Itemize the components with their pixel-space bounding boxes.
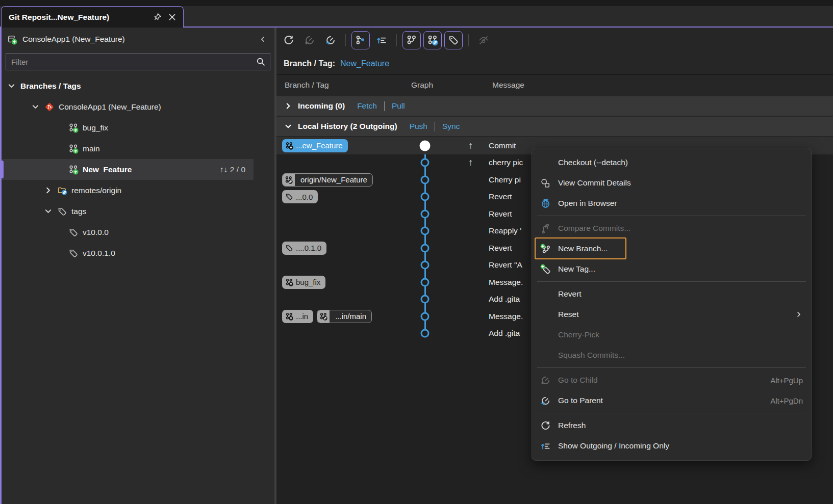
branch-tag-value[interactable]: New_Feature [340,59,389,68]
toggle-show-branches-toggle[interactable] [402,31,421,49]
chevron-down-icon[interactable] [7,81,16,91]
local-history-label: Local History (2 Outgoing) [298,122,397,131]
menu-icon-spacer [539,330,551,340]
commit-message: Revert "A [489,260,522,270]
toggle-hidden-refs-icon [474,31,493,49]
column-header-graph[interactable]: Graph [411,81,433,90]
menu-item-revert[interactable]: Revert [532,284,811,304]
commit-dot[interactable] [421,244,430,252]
menu-item-new-tag[interactable]: New Tag... [532,259,811,279]
commit-dot[interactable] [421,227,430,235]
commit-dot[interactable] [421,193,430,201]
commit-dot[interactable] [421,261,430,270]
ref-label-pill[interactable]: ....0.1.0 [282,242,326,255]
ref-label-pill[interactable]: ...in/main [317,310,372,323]
tree-item-branch-new-feature[interactable]: New_Feature↑↓ 2 / 0 [2,159,254,180]
menu-item-open-in-browser[interactable]: Open in Browser [532,193,811,214]
chevron-down-icon[interactable] [43,206,53,216]
outgoing-icon [539,441,551,452]
tree-item-branch-bug-fix[interactable]: bug_fix [2,117,274,138]
menu-icon-spacer [539,289,551,300]
chevron-right-icon[interactable] [284,101,293,111]
commit-message: Add .gita [489,329,520,338]
tree-item-label: main [83,144,100,153]
menu-item-go-to-parent[interactable]: Go to ParentAlt+PgDn [532,390,811,411]
tag-icon [68,227,79,237]
toggle-show-remote-branches-toggle[interactable] [423,31,442,49]
commit-dot[interactable] [421,175,430,184]
commit-message: Cherry pi [489,175,521,184]
chevron-down-icon[interactable] [284,122,293,131]
tree-item-tag-v10.0.0[interactable]: v10.0.0 [2,222,274,243]
go-to-parent-button-icon[interactable] [321,31,340,49]
menu-item-cherry-pick: Cherry-Pick [532,325,811,345]
commit-message: Message. [489,278,523,287]
tree-item-branch-main[interactable]: main [2,138,274,159]
git-repository-tab[interactable]: Git Reposit...New_Feature) [1,6,184,28]
menu-item-label: Checkout (--detach) [558,158,628,167]
filter-input[interactable] [11,58,256,66]
toggle-outgoing-incoming-only-icon[interactable] [372,31,391,49]
git-history-panel: Branch / Tag: New_Feature Branch / Tag G… [276,28,833,504]
tree-item-label: v10.0.1.0 [83,249,115,258]
commit-dot[interactable] [421,209,430,218]
ref-labels: ...0.0 [282,190,318,203]
menu-item-reset[interactable]: Reset [532,304,811,325]
menu-item-label: Open in Browser [558,199,617,208]
menu-item-checkout-detach[interactable]: Checkout (--detach) [532,152,811,173]
commit-dot[interactable] [421,295,430,304]
push-link[interactable]: Push [410,122,427,131]
chevron-right-icon[interactable] [43,185,53,195]
branch-remote-dark-icon [319,312,327,321]
menu-item-refresh[interactable]: Refresh [532,415,811,436]
pin-icon[interactable] [153,12,162,22]
tree-item-branches-tags[interactable]: Branches / Tags [2,75,274,96]
menu-item-label: Compare Commits... [558,224,630,233]
toggle-show-tags-toggle[interactable] [444,31,463,49]
collapse-panel-icon[interactable] [258,35,267,44]
ref-label-pill[interactable]: ...ew_Feature [282,139,348,152]
commit-dot[interactable] [421,312,430,321]
menu-item-label: Go to Parent [558,396,603,405]
ref-label-pill[interactable]: bug_fix [282,276,325,289]
tree-item-remotes-origin[interactable]: remotes/origin [2,180,274,201]
tree-item-label: ConsoleApp1 (New_Feature) [59,102,161,112]
sync-link[interactable]: Sync [442,122,460,131]
new-tag-icon [539,264,551,275]
ref-label-pill[interactable]: ...in [282,310,313,323]
tree-item-label: Branches / Tags [20,82,81,91]
commit-dot[interactable] [421,158,430,167]
head-commit-dot[interactable] [420,140,431,151]
tree-item-repo-consoleapp1[interactable]: ConsoleApp1 (New_Feature) [2,96,274,117]
ref-label-pill[interactable]: ...0.0 [282,190,318,203]
menu-item-view-commit-details[interactable]: View Commit Details [532,173,811,193]
column-header-message[interactable]: Message [492,81,524,90]
commit-dot[interactable] [421,329,430,338]
fetch-link[interactable]: Fetch [357,101,377,111]
commit-message: Commit [489,141,516,150]
tree-item-label: New_Feature [83,165,132,174]
ref-label-text: origin/New_Feature [300,175,367,184]
menu-item-label: New Tag... [558,264,595,274]
commit-dot[interactable] [421,278,430,286]
pull-link[interactable]: Pull [392,101,405,111]
incoming-section[interactable]: Incoming (0) Fetch Pull [276,96,833,116]
menu-item-new-branch[interactable]: New Branch... [532,238,811,259]
local-history-section[interactable]: Local History (2 Outgoing) Push Sync [276,117,833,136]
new-branch-icon [539,244,551,254]
tree-item-tag-v10.0.1.0[interactable]: v10.0.1.0 [2,243,274,263]
ref-label-pill[interactable]: origin/New_Feature [282,173,373,187]
menu-item-label: Go to Child [558,376,598,385]
branches-tree: Branches / TagsConsoleApp1 (New_Feature)… [2,75,274,263]
tree-item-tags[interactable]: tags [2,201,274,222]
commit-message: cherry pic [489,158,523,167]
ahead-behind-badge: ↑↓ 2 / 0 [220,165,254,174]
column-header-branch-tag[interactable]: Branch / Tag [285,81,329,90]
tree-item-label: tags [71,207,86,216]
refresh-button-icon[interactable] [280,31,298,49]
toggle-show-graph-toggle[interactable] [351,31,370,49]
menu-item-show-outgoing-incoming-only[interactable]: Show Outgoing / Incoming Only [532,436,811,456]
close-icon[interactable] [167,12,177,22]
ref-labels: bug_fix [282,276,325,289]
chevron-down-icon[interactable] [31,102,40,112]
